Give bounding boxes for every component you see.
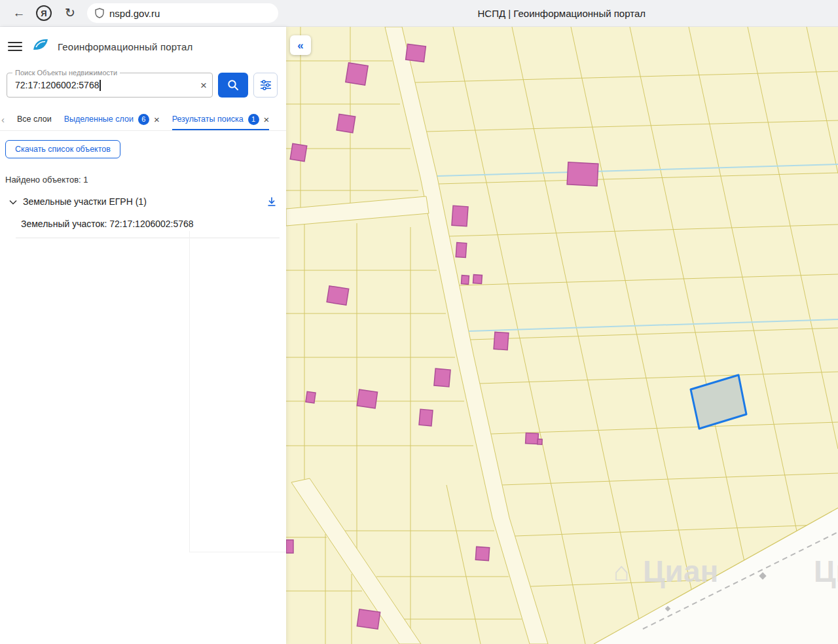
tab-label: Результаты поиска: [172, 115, 244, 124]
layer-tabs: ‹ Все слои Выделенные слои 6 × Результат…: [0, 108, 286, 131]
search-input[interactable]: Поиск Объекты недвижимости 72:17:1206002…: [7, 73, 213, 98]
map-canvas[interactable]: ⌂ Циан Циан: [286, 27, 838, 644]
panel-divider: [189, 552, 286, 552]
results-group-egrn[interactable]: Земельные участки ЕГРН (1): [9, 196, 277, 207]
map-area: ⌂ Циан Циан «: [286, 27, 838, 644]
nspd-logo-icon: [32, 37, 49, 56]
hamburger-icon: [8, 41, 22, 52]
search-input-label: Поиск Объекты недвижимости: [12, 69, 120, 77]
download-group-icon[interactable]: [266, 196, 277, 207]
results-group-label: Земельные участки ЕГРН (1): [23, 196, 147, 207]
browser-back-button[interactable]: ←: [10, 5, 27, 22]
search-input-value: 72:17:1206002:5768: [15, 80, 99, 90]
app-title: Геоинформационный портал: [58, 41, 192, 52]
watermark-house-icon: ⌂: [613, 557, 629, 586]
tab-count-badge: 6: [138, 114, 149, 125]
sliders-icon: [260, 80, 272, 90]
search-filters-button[interactable]: [253, 73, 278, 98]
url-text: nspd.gov.ru: [109, 8, 160, 19]
menu-hamburger-button[interactable]: [7, 40, 24, 53]
sidebar-panel: Геоинформационный портал Поиск Объекты н…: [0, 27, 286, 644]
tab-label: Все слои: [17, 115, 52, 124]
panel-divider: [189, 231, 190, 552]
browser-page-title: НСПД | Геоинформационный портал: [478, 8, 828, 19]
watermark-text-partial: Циан: [814, 554, 838, 588]
close-tab-icon[interactable]: ×: [154, 115, 160, 124]
chevron-down-icon[interactable]: [9, 198, 17, 205]
tab-label: Выделенные слои: [64, 115, 134, 124]
watermark-text: Циан: [643, 554, 718, 588]
site-security-shield-icon: [95, 8, 104, 18]
cadastral-land: [286, 27, 838, 644]
search-row: Поиск Объекты недвижимости 72:17:1206002…: [7, 73, 278, 98]
sidebar-collapse-button[interactable]: «: [290, 35, 311, 55]
address-bar[interactable]: nspd.gov.ru: [87, 3, 278, 23]
magnifier-icon: [227, 79, 239, 91]
tab-selected-layers[interactable]: Выделенные слои 6 ×: [64, 108, 160, 130]
download-object-list-button[interactable]: Скачать список объектов: [5, 140, 120, 158]
tab-all-layers[interactable]: Все слои: [17, 108, 52, 130]
browser-refresh-button[interactable]: ↻: [62, 5, 79, 22]
clear-search-icon[interactable]: ×: [200, 80, 207, 91]
close-tab-icon[interactable]: ×: [264, 115, 270, 124]
browser-toolbar: ← Я ↻ nspd.gov.ru НСПД | Геоинформационн…: [0, 0, 838, 27]
text-caret: [100, 80, 101, 91]
search-button[interactable]: [218, 73, 248, 98]
tab-search-results[interactable]: Результаты поиска 1 ×: [172, 108, 270, 130]
yandex-browser-icon[interactable]: Я: [36, 5, 52, 21]
sidebar-header: Геоинформационный портал: [0, 27, 286, 65]
result-item-parcel[interactable]: Земельный участок: 72:17:1206002:5768: [16, 213, 280, 238]
found-objects-count: Найдено объектов: 1: [5, 175, 286, 185]
tabs-scroll-left-icon[interactable]: ‹: [1, 114, 5, 125]
tab-count-badge: 1: [248, 114, 259, 125]
